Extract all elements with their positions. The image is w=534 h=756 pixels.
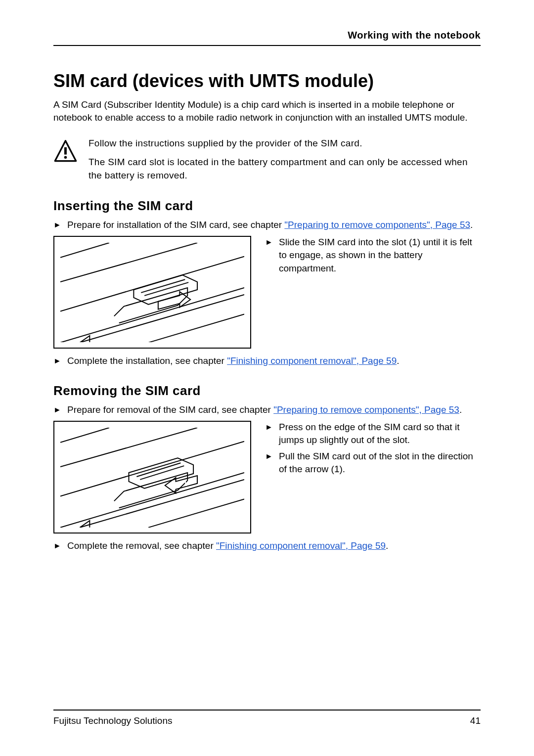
remove-step-1-prefix: Prepare for removal of the SIM card, see… [67, 404, 273, 415]
insert-step-3-prefix: Complete the installation, see chapter [67, 356, 227, 366]
warning-icon [53, 136, 78, 166]
svg-point-2 [64, 156, 67, 159]
intro-paragraph: A SIM Card (Subscriber Identity Module) … [53, 98, 481, 124]
section-heading-remove: Removing the SIM card [53, 383, 481, 399]
footer-left: Fujitsu Technology Solutions [53, 715, 172, 726]
link-preparing-remove-components-1[interactable]: "Preparing to remove components", Page 5… [284, 220, 470, 230]
svg-rect-1 [64, 147, 67, 155]
remove-step-2: ► Press on the edge of the SIM card so t… [265, 421, 481, 447]
remove-step-4-prefix: Complete the removal, see chapter [67, 540, 216, 551]
link-finishing-component-removal-2[interactable]: "Finishing component removal", Page 59 [216, 540, 386, 551]
insert-figure-badge: 1 [167, 299, 171, 306]
link-preparing-remove-components-2[interactable]: "Preparing to remove components", Page 5… [273, 404, 459, 415]
insert-step-3-suffix: . [397, 356, 399, 366]
insert-step-3: ► Complete the installation, see chapter… [53, 355, 481, 368]
caution-line-1: Follow the instructions supplied by the … [89, 136, 481, 150]
remove-step-1-suffix: . [459, 404, 462, 415]
remove-step-1: ► Prepare for removal of the SIM card, s… [53, 403, 481, 417]
insert-step-1-suffix: . [470, 220, 473, 230]
caution-line-2: The SIM card slot is located in the batt… [89, 155, 481, 182]
insert-step-1: ► Prepare for installation of the SIM ca… [53, 219, 481, 232]
insert-step-1-prefix: Prepare for installation of the SIM card… [67, 220, 284, 230]
remove-step-4: ► Complete the removal, see chapter "Fin… [53, 539, 481, 553]
page: Working with the notebook SIM card (devi… [0, 0, 534, 756]
insert-figure: 1 [53, 236, 251, 349]
insert-step-2: ► Slide the SIM card into the slot (1) u… [265, 236, 481, 275]
remove-step-2-text: Press on the edge of the SIM card so tha… [279, 421, 481, 447]
remove-step-3-text: Pull the SIM card out of the slot in the… [279, 450, 481, 476]
remove-figure-row: 1 ► Press on the edge of the SIM card so… [53, 421, 481, 534]
page-number: 41 [470, 715, 481, 726]
section-heading-insert: Inserting the SIM card [53, 198, 481, 214]
caution-block: Follow the instructions supplied by the … [53, 136, 481, 182]
remove-step-4-suffix: . [386, 540, 388, 551]
running-header: Working with the notebook [53, 30, 481, 46]
remove-figure-svg: 1 [60, 428, 244, 528]
page-footer: Fujitsu Technology Solutions 41 [53, 710, 481, 726]
link-finishing-component-removal-1[interactable]: "Finishing component removal", Page 59 [227, 356, 397, 366]
remove-figure-badge: 1 [183, 480, 187, 487]
svg-line-9 [140, 466, 184, 480]
page-title: SIM card (devices with UMTS module) [53, 71, 481, 91]
insert-step-2-text: Slide the SIM card into the slot (1) unt… [279, 236, 481, 275]
insert-figure-row: 1 ► Slide the SIM card into the slot (1)… [53, 236, 481, 349]
insert-figure-svg: 1 [60, 243, 244, 343]
remove-step-3: ► Pull the SIM card out of the slot in t… [265, 450, 481, 476]
remove-figure: 1 [53, 421, 251, 534]
svg-line-8 [136, 463, 180, 477]
